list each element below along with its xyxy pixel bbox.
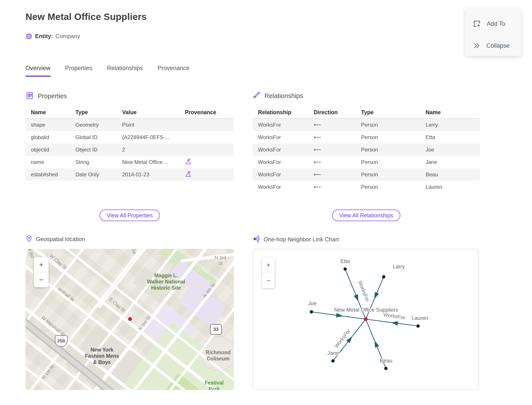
provenance-cell[interactable] — [185, 170, 234, 179]
table-cell: shape — [26, 122, 75, 128]
linkchart-zoom-in-button[interactable]: + — [262, 257, 275, 273]
property-row-established: establishedDate Only2014-01-23 — [26, 168, 234, 181]
graph-node-beau[interactable] — [384, 367, 388, 370]
table-cell[interactable]: WorksFor — [253, 122, 314, 128]
table-cell: ⟵ — [314, 134, 361, 140]
table-cell: globalid — [26, 134, 75, 140]
graph-node-lauren[interactable] — [417, 324, 420, 328]
table-cell: Date Only — [75, 171, 122, 178]
relationship-row-etta: WorksFor⟵PersonEtta — [253, 131, 480, 143]
graph-node-label: Jane — [327, 350, 339, 356]
entity-details-page: New Metal Office Suppliers Entity: Compa… — [0, 0, 532, 405]
map-label: Richmond Coliseum — [206, 349, 231, 362]
table-cell[interactable]: WorksFor — [253, 134, 314, 140]
relationship-row-joe: WorksFor⟵PersonJoe — [253, 143, 480, 156]
table-cell[interactable]: Joe — [426, 147, 476, 153]
column-header-relationship: Relationship — [253, 109, 314, 115]
column-header-name: Name — [426, 109, 476, 115]
property-row-shape: shapeGeometryPoint — [26, 119, 234, 131]
provenance-flag-icon[interactable] — [185, 173, 192, 179]
entity-row: Entity: Company — [26, 33, 80, 40]
table-cell: New Metal Office ... — [122, 159, 185, 165]
geospatial-map[interactable]: k RdW Clay StSaN 3rd StN 4th StMaggie L.… — [26, 249, 234, 390]
relationship-row-lauren: WorksFor⟵PersonLauren — [253, 181, 480, 193]
table-cell[interactable]: Etta — [426, 134, 476, 140]
edge-label-worksfor: WorksFor — [333, 328, 352, 349]
properties-section-title: Properties — [38, 93, 67, 100]
tab-properties[interactable]: Properties — [65, 65, 93, 77]
tab-overview[interactable]: Overview — [26, 65, 51, 77]
column-header-value: Value — [122, 109, 185, 115]
table-cell: Person — [361, 147, 426, 153]
column-header-type: Type — [361, 109, 426, 115]
view-all-relationships-button[interactable]: View All Relationships — [332, 209, 400, 221]
relationships-section-title: Relationships — [265, 92, 303, 100]
table-cell[interactable]: Jane — [426, 159, 476, 165]
add-to-button[interactable]: Add To — [472, 20, 505, 28]
linkchart-zoom-control: + − — [262, 257, 275, 288]
graph-node-label: Lauren — [412, 315, 428, 321]
tab-relationships[interactable]: Relationships — [107, 65, 143, 77]
graph-node-larry[interactable] — [382, 275, 386, 279]
entity-type-icon — [26, 34, 32, 39]
table-cell[interactable]: WorksFor — [253, 184, 314, 190]
table-cell: Global ID — [75, 134, 122, 140]
map-zoom-in-button[interactable]: + — [34, 257, 48, 272]
view-all-properties-button[interactable]: View All Properties — [100, 209, 160, 221]
properties-section-icon — [26, 91, 34, 101]
table-cell[interactable]: Beau — [426, 171, 476, 178]
table-cell[interactable]: WorksFor — [253, 147, 314, 153]
table-cell: ⟵ — [314, 184, 361, 190]
relationships-table: RelationshipDirectionTypeNameWorksFor⟵Pe… — [253, 106, 480, 193]
graph-node-etta[interactable] — [344, 268, 347, 271]
table-cell: ⟵ — [314, 122, 361, 128]
map-label: Maggie L. Walker National Historic Site — [147, 272, 185, 291]
table-cell: Geometry — [75, 122, 122, 128]
map-zoom-out-button[interactable]: − — [34, 272, 48, 287]
edge-label-worksfor: WorksFor — [383, 312, 406, 320]
map-entity-marker[interactable] — [128, 317, 132, 321]
map-label: Festival Park — [204, 380, 224, 390]
table-cell[interactable]: Lauren — [426, 184, 476, 190]
property-row-objectid: objectidObject ID2 — [26, 143, 234, 156]
table-cell: Person — [361, 171, 426, 178]
table-cell: Person — [361, 159, 426, 165]
edge-arrowhead — [374, 292, 379, 299]
table-cell: 2014-01-23 — [122, 171, 185, 178]
column-header-provenance: Provenance — [185, 109, 234, 115]
one-hop-link-chart[interactable]: WorksForWorksForWorksForEttaLarryJoeLaur… — [253, 249, 479, 390]
collapse-button[interactable]: Collapse — [472, 42, 510, 50]
route-shield-33: 33 — [210, 324, 222, 335]
table-cell: ⟵ — [314, 171, 361, 178]
table-cell: Person — [361, 134, 426, 140]
collapse-label: Collapse — [486, 42, 510, 49]
add-to-label: Add To — [487, 20, 505, 27]
table-cell: Object ID — [75, 147, 122, 153]
tab-provenance[interactable]: Provenance — [158, 65, 190, 77]
table-cell: 2 — [122, 147, 185, 153]
graph-node-label: Joe — [308, 300, 317, 306]
table-cell: established — [26, 171, 75, 178]
graph-node-label: Beau — [380, 358, 392, 364]
linkchart-zoom-out-button[interactable]: − — [262, 273, 275, 289]
route-shield-250: 250 — [55, 335, 68, 347]
edge-arrowhead — [374, 340, 379, 348]
table-cell[interactable]: Larry — [426, 122, 476, 128]
provenance-cell[interactable] — [185, 158, 234, 166]
edge-arrowhead — [354, 294, 359, 301]
table-cell: name — [26, 159, 75, 165]
edge-arrowhead — [336, 313, 343, 317]
table-header-row: NameTypeValueProvenance — [26, 106, 234, 119]
property-row-globalid: globalidGlobal ID{A228944F-0EF5-... — [26, 131, 234, 143]
table-cell[interactable]: WorksFor — [253, 171, 314, 178]
provenance-flag-icon[interactable] — [185, 160, 192, 166]
graph-node-center[interactable] — [364, 317, 368, 321]
graph-node-jane[interactable] — [331, 359, 335, 363]
add-to-icon — [472, 20, 481, 28]
graph-node-joe[interactable] — [310, 310, 313, 314]
table-cell: Person — [361, 184, 426, 190]
map-pin-icon — [26, 235, 33, 243]
table-cell: String — [75, 159, 122, 165]
table-cell[interactable]: WorksFor — [253, 159, 314, 165]
properties-section-header: Properties — [26, 91, 67, 101]
